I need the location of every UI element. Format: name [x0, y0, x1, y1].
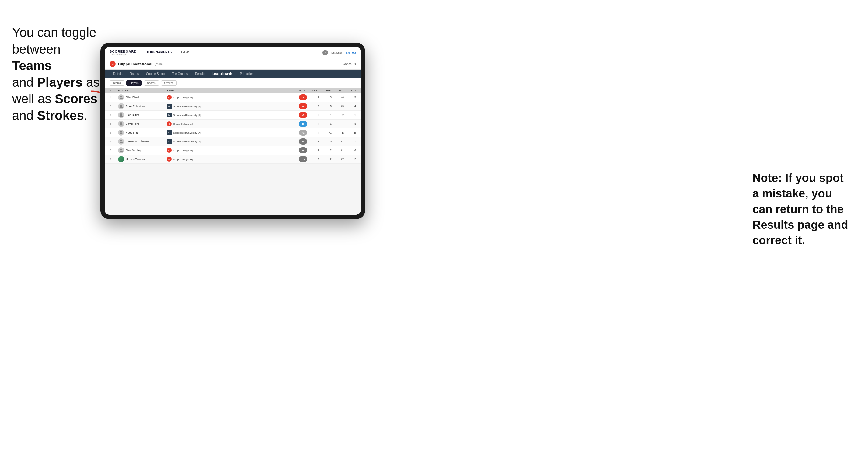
cancel-button[interactable]: Cancel ✕: [343, 62, 356, 66]
tab-printables[interactable]: Printables: [236, 70, 257, 79]
rd2-value: +2: [332, 140, 344, 143]
rd1-value: -5: [319, 105, 332, 108]
player-avatar: [118, 94, 124, 100]
top-navigation: SCOREBOARD Powered by clippd TOURNAMENTS…: [105, 47, 361, 58]
total-badge: +6: [299, 138, 307, 145]
total-badge: +1: [299, 130, 307, 136]
table-row[interactable]: 7 Blair McHarg C Clippd College [A] +8 F…: [105, 146, 361, 155]
player-name: Blair McHarg: [126, 149, 142, 152]
svg-point-1: [120, 96, 122, 97]
toggle-scores[interactable]: Scores: [144, 80, 159, 86]
table-row[interactable]: 4 David Ford C Clippd College [A] E F +1…: [105, 120, 361, 128]
svg-point-7: [120, 149, 122, 150]
team-logo-s: SU: [167, 130, 172, 135]
rd2-value: -4: [332, 122, 344, 125]
rd2-value: +1: [332, 149, 344, 152]
rd2-value: -2: [332, 114, 344, 117]
tab-teams[interactable]: Teams: [126, 70, 143, 79]
nav-links: TOURNAMENTS TEAMS: [143, 47, 322, 58]
player-avatar: [118, 112, 124, 118]
row-rank: 8: [110, 158, 118, 161]
table-row[interactable]: 3 Rich Butler SU Scoreboard University […: [105, 111, 361, 120]
nav-teams[interactable]: TEAMS: [176, 47, 194, 58]
rd1-value: +1: [319, 131, 332, 134]
team-logo-c: C: [167, 121, 172, 126]
leaderboard-table: # PLAYER TEAM TOTAL THRU RD1 RD2 RD3 1 E…: [105, 88, 361, 215]
table-row[interactable]: 1 Elliot Ebert C Clippd College [A] -8 F…: [105, 93, 361, 102]
row-rank: 3: [110, 114, 118, 117]
table-row[interactable]: 5 Rees Britt SU Scoreboard University [A…: [105, 128, 361, 137]
toggle-players[interactable]: Players: [126, 80, 142, 86]
tournament-logo: C: [110, 61, 116, 67]
annotation-line4pre: well as: [12, 92, 55, 106]
total-badge: +8: [299, 147, 307, 153]
team-logo-c: C: [167, 95, 172, 100]
player-avatar: [118, 138, 124, 145]
team-name: Clippd College [A]: [173, 123, 193, 125]
right-anno-line2: a mistake, you: [752, 187, 832, 200]
total-cell: +8: [286, 147, 307, 153]
thru-value: F: [307, 158, 319, 161]
annotation-strokes-bold: Strokes: [37, 108, 84, 123]
thru-value: F: [307, 105, 319, 108]
rd3-value: -1: [344, 114, 356, 117]
total-badge: E: [299, 121, 307, 127]
svg-point-5: [120, 131, 122, 133]
thru-value: F: [307, 122, 319, 125]
total-badge: -8: [299, 94, 307, 100]
player-name: Rich Butler: [126, 114, 139, 117]
team-name: Scoreboard University [A]: [173, 131, 201, 134]
rd2-value: E: [332, 131, 344, 134]
player-avatar: [118, 121, 124, 127]
total-cell: -2: [286, 112, 307, 118]
total-badge: -4: [299, 103, 307, 109]
table-row[interactable]: 6 Cameron Robertson SU Scoreboard Univer…: [105, 137, 361, 146]
tab-details[interactable]: Details: [110, 70, 126, 79]
total-badge: -2: [299, 112, 307, 118]
team-logo-s: SU: [167, 139, 172, 144]
tab-leaderboards[interactable]: Leaderboards: [209, 70, 236, 79]
team-cell: C Clippd College [A]: [167, 157, 286, 161]
sign-out-link[interactable]: Sign out: [346, 51, 356, 54]
annotation-teams-bold: Teams: [12, 58, 52, 73]
svg-point-2: [120, 105, 122, 106]
row-rank: 4: [110, 122, 118, 125]
tab-results[interactable]: Results: [191, 70, 209, 79]
team-cell: C Clippd College [A]: [167, 148, 286, 153]
right-anno-line3: can return to the: [752, 203, 844, 216]
svg-point-4: [120, 122, 122, 124]
table-row[interactable]: 2 Chris Robertson SU Scoreboard Universi…: [105, 102, 361, 111]
right-anno-line1: Note: If you spot: [752, 172, 844, 184]
player-name: Cameron Robertson: [126, 140, 150, 143]
svg-point-3: [120, 114, 122, 115]
total-cell: +6: [286, 138, 307, 145]
team-name: Scoreboard University [A]: [173, 105, 201, 108]
total-cell: -4: [286, 103, 307, 109]
team-cell: C Clippd College [A]: [167, 95, 286, 100]
team-cell: C Clippd College [A]: [167, 121, 286, 126]
row-rank: 7: [110, 149, 118, 152]
left-annotation: You can toggle between Teams and Players…: [12, 24, 100, 124]
toggle-row: Teams Players Scores Strokes: [105, 79, 361, 88]
team-cell: SU Scoreboard University [A]: [167, 104, 286, 108]
player-cell: David Ford: [118, 121, 167, 127]
row-rank: 5: [110, 131, 118, 134]
player-avatar: [118, 130, 124, 136]
sub-navigation: Details Teams Course Setup Tee Groups Re…: [105, 70, 361, 79]
table-row[interactable]: 8 Marcus Turners C Clippd College [A] +1…: [105, 155, 361, 164]
tab-course-setup[interactable]: Course Setup: [143, 70, 168, 79]
logo-sub: Powered by clippd: [110, 53, 136, 55]
svg-point-6: [120, 140, 122, 142]
rd3-value: +3: [344, 122, 356, 125]
player-name: Marcus Turners: [126, 158, 145, 161]
user-name: Test User |: [331, 51, 343, 54]
toggle-strokes[interactable]: Strokes: [161, 80, 177, 86]
nav-tournaments[interactable]: TOURNAMENTS: [143, 47, 175, 58]
player-avatar: [118, 103, 124, 109]
tournament-gender: (Men): [155, 62, 163, 66]
team-cell: SU Scoreboard University [A]: [167, 130, 286, 135]
toggle-teams[interactable]: Teams: [110, 80, 124, 86]
tablet-device: SCOREBOARD Powered by clippd TOURNAMENTS…: [100, 42, 365, 219]
right-anno-line4post: page and: [794, 218, 848, 231]
tab-tee-groups[interactable]: Tee Groups: [168, 70, 191, 79]
